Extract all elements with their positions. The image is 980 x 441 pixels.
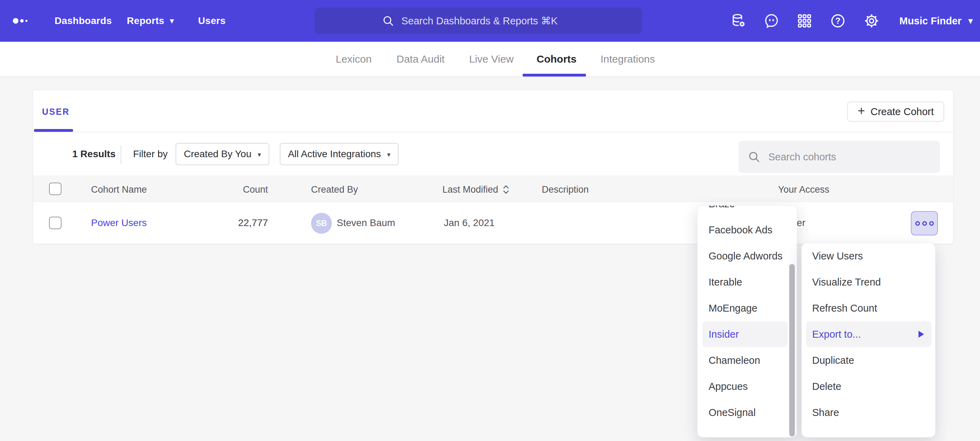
tab-label: Integrations [600,53,655,65]
cohorts-card: USER + Create Cohort 1 Results Filter by… [33,90,954,244]
grid-icon [797,13,813,29]
row-more-button[interactable] [911,211,938,235]
submenu-item-appcues[interactable]: Appcues [702,374,788,399]
user-tab-underline [34,129,73,132]
tab-integrations[interactable]: Integrations [600,42,655,77]
cohort-name-link[interactable]: Power Users [91,217,146,228]
tab-cohorts[interactable]: Cohorts [536,42,576,77]
nav-link-label: Reports [127,15,164,26]
table-row: Power Users 22,777 SB Steven Baum Jan 6,… [33,202,954,244]
submenu-item-facebook-ads[interactable]: Facebook Ads [702,217,788,243]
global-search-input[interactable] [401,15,574,27]
menu-item-refresh-count[interactable]: Refresh Count [806,295,932,321]
cohort-search[interactable] [738,141,940,173]
tab-live-view[interactable]: Live View [469,42,514,77]
col-created-by: Created By [311,184,358,195]
col-last-modified[interactable]: Last Modified [442,184,498,195]
integrations-filter-label: All Active Integrations [288,149,381,160]
logo-dot-icon [13,18,18,24]
top-nav: Dashboards Reports ▾ Users [0,0,980,42]
chevron-down-icon: ▾ [969,16,973,26]
active-tab-underline [523,74,586,77]
help-button[interactable]: ? [827,0,849,42]
menu-item-view-users[interactable]: View Users [806,243,932,269]
col-your-access: Your Access [778,184,829,195]
avatar: SB [311,213,332,234]
integrations-filter[interactable]: All Active Integrations ▾ [280,143,399,165]
divider [121,146,121,164]
menu-item-share[interactable]: Share [806,399,932,425]
submenu-item-google-adwords[interactable]: Google Adwords [702,243,788,269]
section-tabbar: Lexicon Data Audit Live View Cohorts Int… [0,42,980,77]
submenu-item-braze[interactable]: Braze [702,205,788,217]
project-name: Music Finder [899,15,962,27]
created-by-filter-label: Created By You [184,149,251,160]
divider [33,132,954,133]
nav-link-users[interactable]: Users [198,0,226,42]
filter-by-label: Filter by [133,149,168,160]
create-cohort-label: Create Cohort [870,106,934,118]
tab-user-cohorts[interactable]: USER [42,107,70,117]
nav-link-reports[interactable]: Reports ▾ [127,0,174,42]
cohort-search-input[interactable] [768,151,940,163]
submenu-scrollbar[interactable] [789,264,795,436]
data-management-button[interactable] [727,0,749,42]
export-submenu: Braze Facebook Ads Google Adwords Iterab… [697,205,797,438]
created-by-value: Steven Baum [337,217,395,228]
tab-label: Live View [469,53,514,65]
gear-icon [863,13,880,29]
nav-link-label: Dashboards [54,15,112,26]
help-icon: ? [829,13,846,29]
sort-icon[interactable] [502,184,510,195]
tab-label: Cohorts [536,53,576,65]
logo-dot-icon [20,19,24,22]
cohort-count: 22,777 [221,217,268,228]
database-gear-icon [730,13,747,29]
menu-item-label: Export to... [812,329,861,340]
chevron-down-icon: ▾ [258,150,261,158]
search-icon [382,14,395,27]
ellipsis-icon [929,221,934,226]
tab-label: Data Audit [396,53,444,65]
select-all-checkbox[interactable] [49,182,62,195]
chevron-down-icon: ▾ [387,150,391,158]
plus-icon: + [858,105,865,117]
create-cohort-button[interactable]: + Create Cohort [847,102,944,122]
submenu-item-moengage[interactable]: MoEngage [702,295,788,321]
cohorts-page: Dashboards Reports ▾ Users [0,0,980,441]
feedback-button[interactable] [760,0,783,42]
nav-link-dashboards[interactable]: Dashboards [54,0,112,42]
results-count: 1 Results [72,149,116,160]
tab-lexicon[interactable]: Lexicon [336,42,372,77]
feedback-bubble-icon [763,13,780,29]
submenu-arrow-icon [918,331,924,338]
submenu-item-onesignal[interactable]: OneSignal [702,399,788,425]
search-icon [748,150,761,163]
project-switcher[interactable]: Music Finder ▾ [899,0,973,42]
apps-grid-button[interactable] [793,0,816,42]
submenu-item-iterable[interactable]: Iterable [702,269,788,295]
row-checkbox[interactable] [49,217,62,229]
last-modified-value: Jan 6, 2021 [444,217,495,228]
col-count: Count [228,184,268,195]
menu-item-export-to[interactable]: Export to... [806,321,932,347]
logo-dot-icon [25,20,27,22]
col-cohort-name: Cohort Name [91,184,147,195]
global-search[interactable] [315,8,642,34]
table-header-row: Cohort Name Count Created By Last Modifi… [33,176,954,202]
ellipsis-icon [922,221,927,226]
brand-logo[interactable] [13,0,34,42]
settings-button[interactable] [861,0,883,42]
tab-data-audit[interactable]: Data Audit [396,42,444,77]
svg-text:?: ? [835,16,841,26]
menu-item-duplicate[interactable]: Duplicate [806,347,932,373]
row-context-menu: View Users Visualize Trend Refresh Count… [801,243,935,438]
nav-link-label: Users [198,15,226,26]
menu-item-visualize-trend[interactable]: Visualize Trend [806,269,932,295]
created-by-filter[interactable]: Created By You ▾ [175,143,269,165]
submenu-item-insider[interactable]: Insider [702,321,788,347]
submenu-item-chameleon[interactable]: Chameleon [702,347,788,373]
chevron-down-icon: ▾ [170,16,174,26]
tab-label: Lexicon [336,53,372,65]
menu-item-delete[interactable]: Delete [806,374,932,399]
